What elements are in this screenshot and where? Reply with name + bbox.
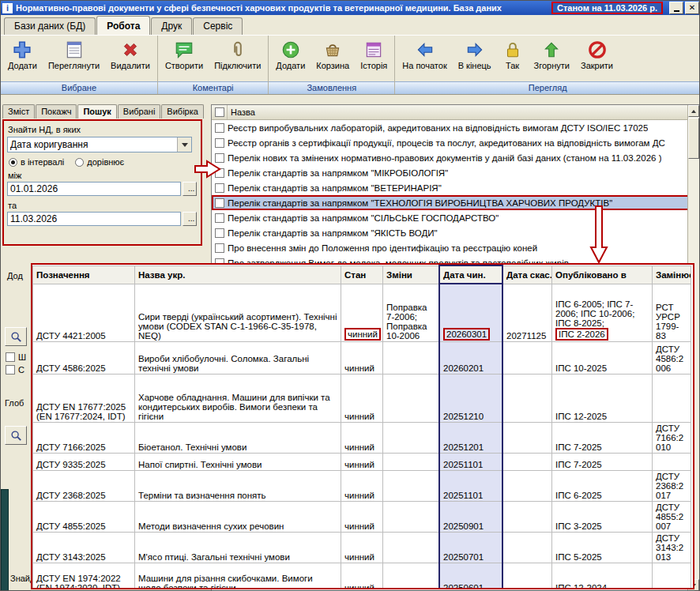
find-label: Знайти НД, в яких [8,125,81,134]
table-row[interactable]: ДСТУ EN 17677:2025 (EN 17677:2024, IDT) … [33,375,691,423]
list-item[interactable]: Перелік стандартів за напрямком "МІКРОБІ… [212,165,689,180]
row-checkbox[interactable] [215,183,224,193]
table-row[interactable]: ДСТУ 4855:2025 Методи визначення сухих р… [33,502,691,533]
tab-search[interactable]: Пошук [77,104,116,119]
toolbar-group-view: На початок В кінець Так Згорнути Закрити [395,36,700,94]
list-item[interactable]: Про внесення змін до Положення про ідент… [212,240,689,255]
mode-radio-group: в інтервалі дорівнює [9,157,124,167]
table-row[interactable]: ДСТУ 3143:2025 М'ясо птиці. Загальні тех… [33,533,691,563]
table-row[interactable]: ДСТУ EN 1974:2022 (EN 1974:2020, IDT) Ма… [33,563,691,590]
scroll-up-button[interactable] [688,105,699,117]
history-button[interactable]: Історія [355,38,393,72]
dropdown-button[interactable] [177,137,191,152]
criteria-select[interactable]: Дата коригування [7,137,192,152]
close-button[interactable]: ✕ [685,2,699,14]
scrollbar-thumb[interactable] [688,118,699,159]
list-item[interactable]: Перелік стандартів за напрямком "ЯКІСТЬ … [212,225,689,240]
equals-radio[interactable] [75,158,84,167]
app-icon: і [2,3,13,13]
add-favorite-button[interactable]: Додати [2,38,43,72]
col-header-name[interactable]: Назва укр. [135,265,341,284]
interval-radio[interactable] [9,158,17,167]
paperclip-icon [228,40,248,60]
list-item[interactable]: Реєстр органів з сертифікації продукції,… [212,135,689,150]
tab-index[interactable]: Покажч [36,104,77,119]
tab-print[interactable]: Друк [151,17,192,35]
row-checkbox[interactable] [215,123,224,133]
chevron-down-icon [182,143,188,147]
tab-service[interactable]: Сервіс [193,17,243,35]
col-header-published[interactable]: Опубліковано в [552,265,653,284]
attach-comment-button[interactable]: Підключити [209,38,266,72]
col-header-date-cancel[interactable]: Дата скас. [502,265,552,284]
global-label-fragment: Глоб [5,398,24,408]
table-row[interactable]: ДСТУ 2368:2025 Терміни та визначення пон… [33,471,691,502]
form-icon [64,40,85,60]
tab-contents[interactable]: Зміст [2,104,35,119]
yes-button[interactable]: Так [497,38,529,72]
minimize-icon [674,5,679,12]
date-to-picker-button[interactable]: ... [183,212,197,226]
date-to-input[interactable] [7,212,181,226]
list-item-selected[interactable]: Перелік стандартів за напрямком "ТЕХНОЛО… [212,195,689,210]
col-header-replaces[interactable]: Замінює документ [653,265,691,284]
tab-selection[interactable]: Вибірка [161,104,204,119]
date-from-picker-button[interactable]: ... [183,182,197,196]
group-caption-favorites: Вибране [1,81,157,94]
results-table: Позначення Назва укр. Стан Зміни Дата чи… [32,265,691,589]
table-row[interactable]: ДСТУ 4421:2005 Сири тверді (український … [33,284,691,342]
row-checkbox[interactable] [215,153,224,163]
tab-databases[interactable]: Бази даних (БД) [4,17,96,35]
col-header-status[interactable]: Стан [341,265,383,284]
select-all-checkbox[interactable] [215,107,224,117]
list-item[interactable]: Перелік нових та змінених нормативно-пра… [212,150,689,165]
row-checkbox[interactable] [215,138,224,148]
toolbar-group-orders: Додати Корзина Історія Замовлення [269,36,395,94]
option-checkbox-1[interactable]: Ш [6,352,26,362]
list-item[interactable]: Перелік стандартів за напрямком "ВЕТЕРИН… [212,180,689,195]
add-order-button[interactable]: Додати [270,38,310,72]
tab-work[interactable]: Робота [96,16,150,35]
row-checkbox[interactable] [215,168,224,178]
plus-icon [12,40,32,60]
list-item[interactable]: Реєстр випробувальних лабораторій, акред… [212,120,689,135]
create-comment-button[interactable]: Створити [160,38,209,72]
plus-circle-icon [280,40,301,60]
row-checkbox[interactable] [215,243,224,253]
group-caption-orders: Замовлення [269,81,394,94]
go-first-button[interactable]: На початок [397,38,452,72]
menu-tab-bar: Бази даних (БД) Робота Друк Сервіс [1,15,700,36]
collapsed-panel-strip[interactable] [1,489,9,591]
collapse-button[interactable]: Згорнути [529,38,575,72]
go-last-button[interactable]: В кінець [453,38,497,72]
tab-selected[interactable]: Вибрані [118,104,161,119]
table-row[interactable]: ДСТУ 4586:2025 Вироби хлібобулочні. Соло… [33,342,691,375]
col-header-date-effective[interactable]: Дата чин. [439,265,502,284]
column-header-name[interactable]: Назва [228,107,255,117]
view-button[interactable]: Переглянути [43,38,105,72]
row-checkbox[interactable] [215,198,224,208]
option-checkbox-2[interactable]: С [6,365,24,375]
standards-table-overlay: Позначення Назва укр. Стан Зміни Дата чи… [31,263,694,589]
delete-button[interactable]: Видалити [105,38,156,72]
col-header-changes[interactable]: Зміни [383,265,440,284]
list-item[interactable]: Перелік стандартів за напрямком "СІЛЬСЬК… [212,210,689,225]
search-button[interactable] [5,327,27,346]
group-caption-comments: Коментарі [158,81,268,94]
group-caption-view: Перегляд [395,81,700,94]
checkbox-icon [6,352,15,362]
minimize-button[interactable] [669,2,683,14]
arrow-left-icon [415,40,435,60]
basket-button[interactable]: Корзина [310,38,355,72]
col-header-designation[interactable]: Позначення [33,265,135,284]
table-row[interactable]: ДСТУ 7166:2025 Біоетанол. Технічні умови… [33,423,691,454]
close-db-button[interactable]: Закрити [575,38,619,72]
date-from-input[interactable] [7,182,181,196]
table-row[interactable]: ДСТУ 9335:2025 Напої спиртні. Технічні у… [33,454,691,471]
annotation-status-box: чинний [344,328,381,341]
list-header: Назва [212,105,700,120]
row-checkbox[interactable] [215,228,224,238]
row-checkbox[interactable] [215,213,224,223]
equals-radio-label: дорівнює [87,157,124,167]
global-search-button[interactable] [5,426,27,445]
